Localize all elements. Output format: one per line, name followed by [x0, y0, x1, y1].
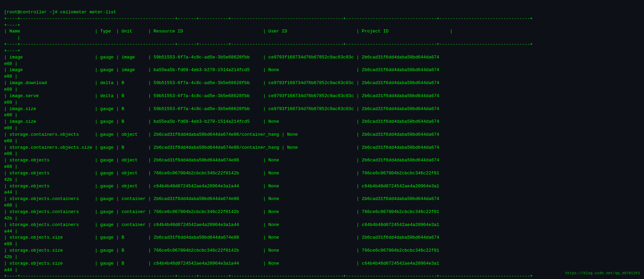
- row-storage-objects-size-3: | storage.objects.size | gauge | B | c64…: [4, 261, 439, 273]
- row-image-download: | image.download | delta | B | 59b51553-…: [4, 80, 439, 92]
- separator-cont: +----+: [4, 23, 20, 28]
- terminal-window: [root@controller ~]# ceilometer meter-li…: [4, 3, 640, 279]
- separator-line: +----+----------------------------------…: [4, 16, 533, 21]
- row-storage-objects-size-1: | storage.objects.size | gauge | B | 2b6…: [4, 235, 439, 247]
- row-storage-containers-objects: | storage.containers.objects | gauge | o…: [4, 132, 439, 144]
- row-storage-objects-containers-3: | storage.objects.containers | gauge | c…: [4, 222, 439, 234]
- row-image-size-1: | image.size | gauge | B | 59b51553-6f7a…: [4, 106, 439, 118]
- header-row: | Name | Type | Unit | Resource ID | Use…: [4, 29, 453, 34]
- row-storage-objects-3: | storage.objects | gauge | object | c64…: [4, 184, 439, 195]
- row-storage-containers-objects-size: | storage.containers.objects.size | gaug…: [4, 145, 439, 157]
- row-storage-objects-containers-1: | storage.objects.containers | gauge | c…: [4, 196, 439, 208]
- row-image-serve: | image.serve | delta | B | 59b51553-6f7…: [4, 93, 439, 105]
- prompt-line: [root@controller ~]# ceilometer meter-li…: [4, 10, 116, 15]
- row-storage-objects-1: | storage.objects | gauge | object | 2b6…: [4, 158, 439, 169]
- watermark: https://blog.csdn.net/qq_40791253: [565, 271, 640, 276]
- row-image-size-2: | image.size | gauge | B | ba55ea5b-fd68…: [4, 119, 439, 131]
- row-storage-objects-containers-2: | storage.objects.containers | gauge | c…: [4, 209, 439, 221]
- bottom-separator: +----+----------------------------------…: [4, 274, 533, 279]
- separator-line2: | +----+--------------------------------…: [4, 35, 533, 47]
- row-storage-objects-size-2: | storage.objects.size | gauge | B | 766…: [4, 248, 439, 260]
- separator-cont2: +----+: [4, 48, 20, 53]
- row-image-2: | image | gauge | image | ba55ea5b-fd68-…: [4, 67, 439, 79]
- row-storage-objects-2: | storage.objects | gauge | object | 766…: [4, 171, 439, 182]
- row-image-1: | image | gauge | image | 59b51553-6f7a-…: [4, 55, 439, 66]
